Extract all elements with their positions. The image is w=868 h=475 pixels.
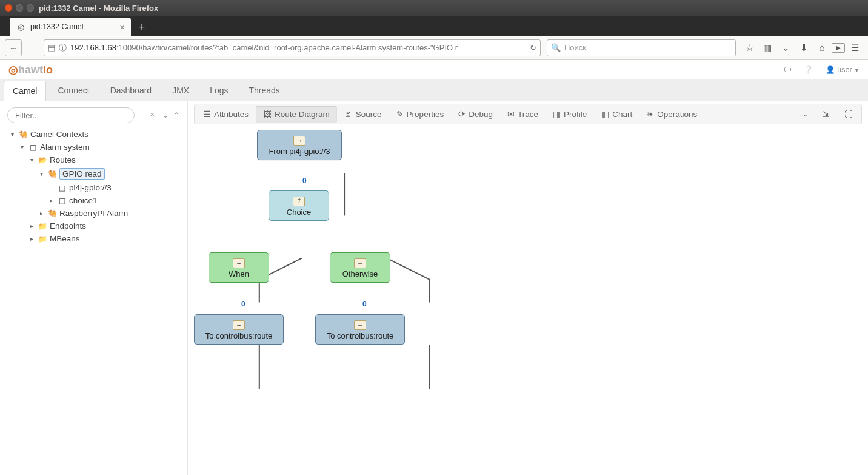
subtab-operations[interactable]: ❧Operations [639,106,704,123]
main-tab-connect[interactable]: Connect [48,80,98,101]
home-icon[interactable]: ⌂ [813,39,830,56]
tree-choice1[interactable]: ▸ ◫ choice1 [46,194,187,207]
search-bar[interactable]: 🔍 Поиск [547,39,736,56]
pocket-icon[interactable]: ⌄ [777,39,794,56]
user-menu[interactable]: 👤 user ▼ [826,65,860,74]
subtab-share[interactable]: ⇲ [815,106,837,123]
window-minimize-button[interactable] [16,4,23,12]
browser-nav-toolbar: ← ▤ ⓘ 192.168.1.68 :10090/hawtio/camel/r… [0,36,868,60]
diagram-node-otherwise[interactable]: → Otherwise [330,252,390,283]
chevron-down-icon: ▼ [854,67,860,73]
tree-alarm-system[interactable]: ▾ ◫ Alarm system [17,141,187,153]
camel-context-icon: 🐫 [18,130,28,139]
file-icon: 🗎 [344,110,353,119]
edge-count-2: 0 [241,300,245,308]
barchart-icon: ▥ [601,109,609,119]
subtab-profile[interactable]: ▥Profile [546,106,594,123]
share-icon: ⇲ [823,109,830,119]
subtab-route-diagram[interactable]: 🖼Route Diagram [256,106,337,123]
monitor-icon[interactable]: 🖵 [784,66,792,74]
context-icon: ◫ [28,143,38,152]
bookmark-star-icon[interactable]: ☆ [741,39,758,56]
folder-icon: 📁 [38,235,47,243]
window-close-button[interactable] [5,4,12,12]
image-icon: 🖼 [263,110,272,119]
browser-tabstrip: ◎ pid:1332 Camel × + [0,16,868,36]
search-icon: 🔍 [551,43,561,52]
filter-input[interactable] [7,107,135,123]
main-tab-logs[interactable]: Logs [201,80,237,101]
caret-down-icon: ▾ [38,170,45,177]
main-tab-jmx[interactable]: JMX [163,80,198,101]
choice-icon: ⤴ [293,197,305,206]
barchart-icon: ▥ [553,109,561,119]
tree-mbeans[interactable]: ▸ 📁 MBeans [27,232,187,245]
fullscreen-icon: ⛶ [844,110,853,119]
hawtio-logo: ◎hawtio [8,63,53,76]
main-tabs: Camel Connect Dashboard JMX Logs Threads [0,79,868,101]
chevron-down-icon: ⌄ [803,110,808,118]
tree-pi4j-gpio[interactable]: ▸ ◫ pi4j-gpio://3 [46,181,187,194]
window-maximize-button[interactable] [27,4,34,12]
filter-clear-icon[interactable]: × [150,110,155,119]
main-tab-dashboard[interactable]: Dashboard [101,80,161,101]
tree-collapse-icon[interactable]: ⌃ [172,110,181,120]
url-bar[interactable]: ▤ ⓘ 192.168.1.68 :10090/hawtio/camel/rou… [44,39,541,56]
subtab-fullscreen[interactable]: ⛶ [837,106,860,123]
hawtio-header: ◎hawtio 🖵 ❔ 👤 user ▼ [0,60,868,79]
subtab-trace[interactable]: ✉Trace [500,106,546,123]
hamburger-menu-icon[interactable]: ☰ [846,39,863,56]
route-diagram[interactable]: → From pi4j-gpio://3 ⤴ Choice → When → O… [188,128,868,475]
main-tab-threads[interactable]: Threads [239,80,289,101]
user-icon: 👤 [826,66,835,74]
reload-icon[interactable]: ↻ [530,43,536,52]
bug-icon: ⟳ [458,109,466,119]
tab-close-icon[interactable]: × [119,22,125,32]
edit-icon: ✎ [396,109,404,119]
diagram-node-when[interactable]: → When [209,252,269,283]
to-endpoint-icon: → [233,320,245,330]
sidebar: × ⌄ ⌃ ▾ 🐫 Camel Contexts ▾ ◫ Alarm syste [0,101,188,475]
arrow-left-icon: ← [9,43,18,53]
tree-routes[interactable]: ▾ 📂 Routes [27,153,187,166]
tree-raspberry-alarm[interactable]: ▸ 🐫 RaspberryPI Alarm [36,207,187,220]
caret-right-icon: ▸ [28,223,35,229]
downloads-icon[interactable]: ⬇ [795,39,812,56]
youtube-icon[interactable]: ▶ [832,43,845,53]
list-icon: ☰ [203,109,211,119]
caret-right-icon: ▸ [47,197,55,204]
camel-tree: ▾ 🐫 Camel Contexts ▾ ◫ Alarm system [7,128,187,245]
new-tab-button[interactable]: + [133,19,150,36]
help-icon[interactable]: ❔ [804,65,813,74]
diagram-node-to1[interactable]: → To controlbus:route [194,314,284,345]
sub-toolbar: ☰Attributes 🖼Route Diagram 🗎Source ✎Prop… [194,104,862,124]
edge-count-1: 0 [302,177,307,185]
os-titlebar: pid:1332 Camel - Mozilla Firefox [0,0,868,16]
search-placeholder: Поиск [564,43,586,52]
subtab-source[interactable]: 🗎Source [337,106,389,123]
subtab-attributes[interactable]: ☰Attributes [196,106,256,123]
route-icon: 🐫 [47,209,57,218]
main-tab-camel[interactable]: Camel [4,81,46,101]
subtab-properties[interactable]: ✎Properties [389,106,452,123]
to-endpoint-icon: → [354,320,366,330]
subtab-dropdown[interactable]: ⌄ [795,107,815,122]
tree-camel-contexts[interactable]: ▾ 🐫 Camel Contexts [7,128,187,141]
subtab-chart[interactable]: ▥Chart [594,106,639,123]
tree-expand-icon[interactable]: ⌄ [161,110,170,120]
tab-title: pid:1332 Camel [30,22,84,31]
subtab-debug[interactable]: ⟳Debug [451,106,500,123]
otherwise-icon: → [354,258,366,268]
diagram-node-to2[interactable]: → To controlbus:route [315,314,405,345]
route-icon: 🐫 [47,170,57,178]
back-button[interactable]: ← [5,39,22,56]
tree-endpoints[interactable]: ▸ 📁 Endpoints [27,220,187,232]
diagram-node-from[interactable]: → From pi4j-gpio://3 [257,130,342,160]
browser-tab[interactable]: ◎ pid:1332 Camel × [10,18,131,36]
tree-gpio-read[interactable]: ▾ 🐫 GPIO read [36,166,187,181]
library-icon[interactable]: ▥ [759,39,776,56]
diagram-node-choice[interactable]: ⤴ Choice [269,190,329,221]
from-endpoint-icon: → [293,136,305,146]
forward-button[interactable] [24,39,41,56]
window-title: pid:1332 Camel - Mozilla Firefox [39,4,158,13]
